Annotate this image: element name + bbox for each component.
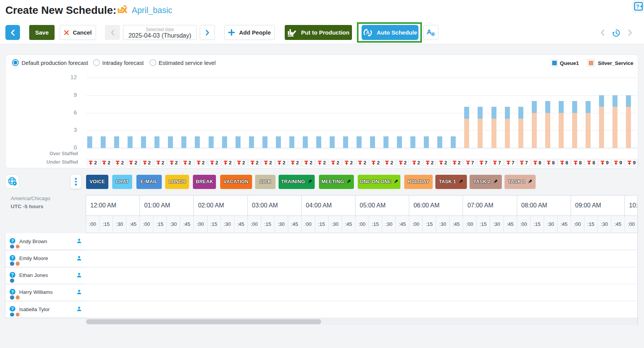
svg-text:A: A	[427, 28, 432, 36]
svg-text:?: ?	[636, 3, 639, 10]
svg-text:A: A	[366, 30, 370, 35]
